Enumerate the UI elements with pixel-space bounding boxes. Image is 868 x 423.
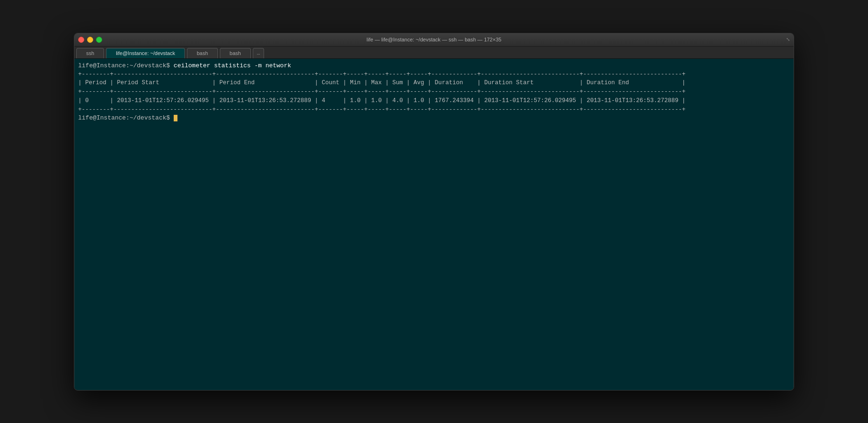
terminal-body[interactable]: life@Instance:~/devstack$ ceilometer sta… [74,59,794,390]
cursor [174,115,177,121]
separator-bot: +--------+----------------------------+-… [78,106,685,113]
minimize-button[interactable] [87,37,93,43]
maximize-button[interactable] [96,37,102,43]
command-text: ceilometer statistics -m network [174,62,291,69]
command-line: life@Instance:~/devstack$ ceilometer sta… [78,62,790,70]
close-button[interactable] [78,37,84,43]
separator-top: +--------+----------------------------+-… [78,71,685,78]
separator-mid: +--------+----------------------------+-… [78,88,685,95]
prompt-line-2: life@Instance:~/devstack$ [78,114,790,122]
prompt2: life@Instance:~/devstack$ [78,114,174,121]
tab-devstack[interactable]: life@Instance: ~/devstack [106,48,185,58]
table-header: | Period | Period Start | Period End | C… [78,80,685,86]
window-title: life — life@Instance: ~/devstack — ssh —… [367,37,501,42]
prompt1: life@Instance:~/devstack$ [78,62,174,69]
tab-more[interactable]: … [253,48,265,58]
terminal-window: life — life@Instance: ~/devstack — ssh —… [74,33,794,391]
tab-bash2[interactable]: bash [220,48,251,58]
tab-bar: ssh life@Instance: ~/devstack bash bash … [74,47,794,59]
traffic-lights [78,37,102,43]
tab-bash1[interactable]: bash [187,48,218,58]
table-output: +--------+----------------------------+-… [78,70,790,114]
resize-icon: ⤡ [786,37,790,42]
tab-ssh[interactable]: ssh [76,48,104,58]
table-data-row: | 0 | 2013-11-01T12:57:26.029495 | 2013-… [78,97,685,104]
titlebar: life — life@Instance: ~/devstack — ssh —… [74,33,794,47]
